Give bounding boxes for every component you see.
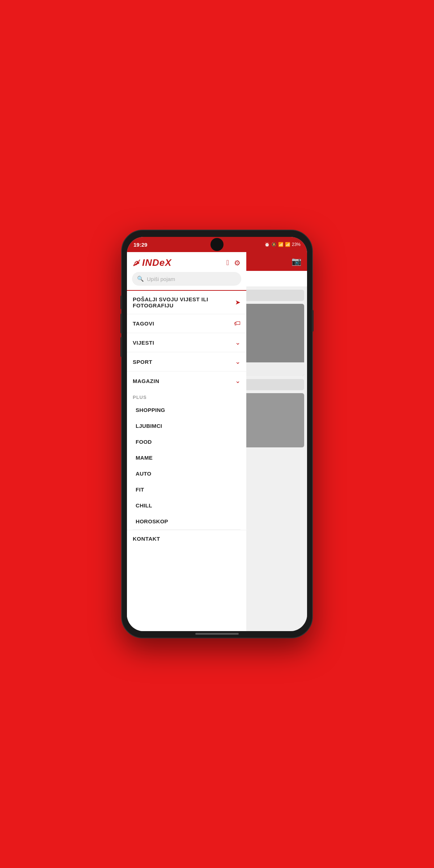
navigation-drawer: 🌶 INDeX  ⚙ 🔍 Upiši pojam POŠALJI SVOJU … — [127, 252, 246, 631]
drawer-item-vijesti[interactable]: VIJESTI ⌄ — [127, 333, 246, 352]
logo-text: INDeX — [142, 257, 172, 268]
drawer-item-ljubimci-label: LJUBIMCI — [136, 423, 162, 429]
drawer-item-shopping-label: SHOPPING — [136, 407, 165, 413]
volume-down-button — [120, 337, 122, 357]
home-indicator — [195, 633, 239, 635]
drawer-item-tagovi-label: TAGOVI — [133, 320, 154, 327]
drawer-item-sport[interactable]: SPORT ⌄ — [127, 352, 246, 371]
wifi-icon: 📶 — [278, 242, 284, 247]
alarm-icon: ⏰ — [264, 242, 270, 247]
drawer-item-ljubimci[interactable]: LJUBIMCI — [127, 418, 246, 434]
drawer-item-food-label: FOOD — [136, 439, 152, 445]
drawer-item-kontakt[interactable]: KONTAKT — [127, 530, 246, 548]
mute-icon: 🔕 — [271, 242, 277, 247]
camera-icon: 📷 — [292, 257, 301, 266]
phone-screen: 19:29 ⏰ 🔕 📶 📶 23% 📷 Shopping — [127, 237, 307, 631]
drawer-item-send-label: POŠALJI SVOJU VIJEST ILI FOTOGRAFIJU — [133, 296, 235, 309]
drawer-item-shopping[interactable]: SHOPPING — [127, 402, 246, 418]
drawer-item-send[interactable]: POŠALJI SVOJU VIJEST ILI FOTOGRAFIJU ➤ — [127, 290, 246, 314]
drawer-item-vijesti-label: VIJESTI — [133, 340, 154, 346]
drawer-item-horoskop-label: HOROSKOP — [136, 518, 168, 524]
logo-chili-icon: 🌶 — [133, 258, 141, 268]
battery-text: 23% — [292, 242, 301, 247]
logo: 🌶 INDeX — [133, 257, 172, 268]
status-bar: 19:29 ⏰ 🔕 📶 📶 23% — [127, 237, 307, 252]
facebook-icon[interactable]:  — [226, 259, 229, 267]
signal-icon: 📶 — [285, 242, 290, 247]
tag-icon: 🏷 — [234, 320, 241, 327]
drawer-item-chill-label: CHILL — [136, 502, 152, 509]
sport-chevron-icon: ⌄ — [235, 358, 241, 366]
drawer-item-sport-label: SPORT — [133, 359, 152, 365]
drawer-item-chill[interactable]: CHILL — [127, 498, 246, 514]
silent-button — [120, 295, 122, 309]
drawer-item-fit[interactable]: FIT — [127, 482, 246, 498]
search-placeholder: Upiši pojam — [147, 276, 175, 282]
plus-section-label: PLUS — [127, 390, 246, 402]
drawer-item-magazin[interactable]: MAGAZIN ⌄ — [127, 371, 246, 390]
drawer-item-horoskop[interactable]: HOROSKOP — [127, 514, 246, 529]
drawer-item-tagovi[interactable]: TAGOVI 🏷 — [127, 314, 246, 333]
volume-up-button — [120, 314, 122, 333]
drawer-item-mame-label: MAME — [136, 455, 153, 461]
drawer-item-fit-label: FIT — [136, 486, 144, 493]
power-button — [312, 310, 314, 332]
magazin-chevron-icon: ⌄ — [235, 377, 241, 385]
search-bar[interactable]: 🔍 Upiši pojam — [132, 272, 241, 286]
drawer-item-auto[interactable]: AUTO — [127, 466, 246, 482]
drawer-item-mame[interactable]: MAME — [127, 450, 246, 466]
status-icons: ⏰ 🔕 📶 📶 23% — [264, 242, 301, 247]
send-icon: ➤ — [235, 298, 241, 306]
drawer-header: 🌶 INDeX  ⚙ — [127, 252, 246, 272]
drawer-item-auto-label: AUTO — [136, 471, 151, 477]
status-time: 19:29 — [133, 242, 147, 248]
drawer-item-food[interactable]: FOOD — [127, 434, 246, 450]
drawer-item-kontakt-label: KONTAKT — [133, 536, 160, 542]
phone-frame: 19:29 ⏰ 🔕 📶 📶 23% 📷 Shopping — [121, 230, 313, 638]
search-icon: 🔍 — [137, 276, 144, 282]
front-camera — [210, 238, 224, 251]
settings-icon[interactable]: ⚙ — [234, 259, 241, 267]
header-actions:  ⚙ — [226, 259, 241, 267]
screen-content: 📷 Shopping TANIJE mrtio — [127, 252, 307, 631]
vijesti-chevron-icon: ⌄ — [235, 339, 241, 346]
drawer-item-magazin-label: MAGAZIN — [133, 378, 159, 384]
